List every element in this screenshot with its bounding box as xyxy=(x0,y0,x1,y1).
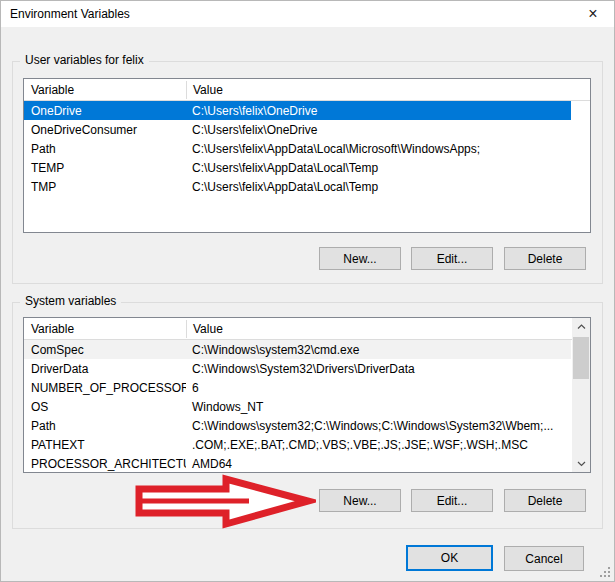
table-row[interactable]: OneDrive C:\Users\felix\OneDrive xyxy=(24,101,571,120)
variable-cell: TEMP xyxy=(24,161,186,175)
value-cell: Windows_NT xyxy=(186,400,571,414)
table-header: Variable Value xyxy=(24,318,590,340)
system-edit-button[interactable]: Edit... xyxy=(411,489,493,512)
value-cell: C:\Users\felix\OneDrive xyxy=(186,123,571,137)
chevron-down-icon xyxy=(577,461,586,467)
value-cell: C:\Users\felix\AppData\Local\Microsoft\W… xyxy=(186,142,571,156)
cancel-button[interactable]: Cancel xyxy=(504,546,584,571)
user-edit-button[interactable]: Edit... xyxy=(411,247,493,270)
scrollbar-thumb[interactable] xyxy=(573,337,589,379)
titlebar: Environment Variables × xyxy=(1,1,614,27)
table-row[interactable]: ComSpec C:\Windows\system32\cmd.exe xyxy=(24,340,571,359)
variable-cell: PROCESSOR_ARCHITECTURE xyxy=(24,457,186,471)
vertical-scrollbar[interactable] xyxy=(572,318,590,472)
user-variables-table: Variable Value OneDrive C:\Users\felix\O… xyxy=(23,78,591,233)
variable-cell: OneDriveConsumer xyxy=(24,123,186,137)
value-cell: C:\Windows\system32\cmd.exe xyxy=(186,343,571,357)
value-cell: 6 xyxy=(186,381,571,395)
system-new-button[interactable]: New... xyxy=(319,489,401,512)
value-cell: C:\Windows\system32;C:\Windows;C:\Window… xyxy=(186,419,571,433)
variable-cell: ComSpec xyxy=(24,343,186,357)
table-row[interactable]: NUMBER_OF_PROCESSORS 6 xyxy=(24,378,571,397)
table-row[interactable]: OS Windows_NT xyxy=(24,397,571,416)
user-new-button[interactable]: New... xyxy=(319,247,401,270)
chevron-up-icon xyxy=(577,324,586,330)
column-header-value[interactable]: Value xyxy=(186,81,590,99)
table-row[interactable]: Path C:\Windows\system32;C:\Windows;C:\W… xyxy=(24,416,571,435)
environment-variables-dialog: Environment Variables × User variables f… xyxy=(0,0,615,582)
user-variables-group-label: User variables for felix xyxy=(20,53,149,67)
table-row[interactable]: TMP C:\Users\felix\AppData\Local\Temp xyxy=(24,177,571,196)
close-button[interactable]: × xyxy=(572,1,614,27)
value-cell: C:\Users\felix\AppData\Local\Temp xyxy=(186,161,571,175)
system-variables-group-label: System variables xyxy=(20,294,121,308)
variable-cell: DriverData xyxy=(24,362,186,376)
user-delete-button[interactable]: Delete xyxy=(504,247,586,270)
system-variables-table: Variable Value ComSpec C:\Windows\system… xyxy=(23,317,591,473)
variable-cell: PATHEXT xyxy=(24,438,186,452)
resize-grip[interactable] xyxy=(599,566,611,578)
value-cell: .COM;.EXE;.BAT;.CMD;.VBS;.VBE;.JS;.JSE;.… xyxy=(186,438,571,452)
scroll-up-button[interactable] xyxy=(572,318,590,335)
window-title: Environment Variables xyxy=(10,1,130,27)
variable-cell: OS xyxy=(24,400,186,414)
variable-cell: OneDrive xyxy=(24,104,186,118)
scroll-down-button[interactable] xyxy=(572,455,590,472)
variable-cell: NUMBER_OF_PROCESSORS xyxy=(24,381,186,395)
column-header-variable[interactable]: Variable xyxy=(24,83,186,97)
value-cell: C:\Users\felix\OneDrive xyxy=(186,104,571,118)
table-row[interactable]: Path C:\Users\felix\AppData\Local\Micros… xyxy=(24,139,571,158)
value-cell: AMD64 xyxy=(186,457,571,471)
variable-cell: Path xyxy=(24,142,186,156)
ok-button[interactable]: OK xyxy=(406,545,493,571)
table-row[interactable]: DriverData C:\Windows\System32\Drivers\D… xyxy=(24,359,571,378)
table-row[interactable]: PATHEXT .COM;.EXE;.BAT;.CMD;.VBS;.VBE;.J… xyxy=(24,435,571,454)
system-delete-button[interactable]: Delete xyxy=(504,489,586,512)
table-row[interactable]: TEMP C:\Users\felix\AppData\Local\Temp xyxy=(24,158,571,177)
variable-cell: Path xyxy=(24,419,186,433)
column-header-value[interactable]: Value xyxy=(186,320,590,338)
table-header: Variable Value xyxy=(24,79,590,101)
table-row[interactable]: PROCESSOR_ARCHITECTURE AMD64 xyxy=(24,454,571,473)
variable-cell: TMP xyxy=(24,180,186,194)
value-cell: C:\Windows\System32\Drivers\DriverData xyxy=(186,362,571,376)
table-row[interactable]: OneDriveConsumer C:\Users\felix\OneDrive xyxy=(24,120,571,139)
close-icon: × xyxy=(588,6,597,22)
column-header-variable[interactable]: Variable xyxy=(24,322,186,336)
value-cell: C:\Users\felix\AppData\Local\Temp xyxy=(186,180,571,194)
